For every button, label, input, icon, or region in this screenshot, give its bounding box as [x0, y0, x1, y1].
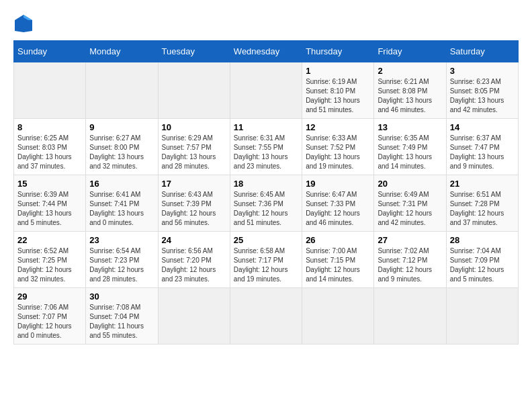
day-number: 25	[234, 235, 298, 245]
day-info: Sunrise: 6:41 AMSunset: 7:41 PMDaylight:…	[89, 190, 154, 228]
day-info: Sunrise: 7:00 AMSunset: 7:15 PMDaylight:…	[306, 246, 370, 284]
day-info: Sunrise: 6:51 AMSunset: 7:28 PMDaylight:…	[450, 190, 515, 228]
calendar-cell: 21 Sunrise: 6:51 AMSunset: 7:28 PMDaylig…	[446, 175, 518, 232]
day-info: Sunrise: 6:52 AMSunset: 7:25 PMDaylight:…	[17, 246, 82, 284]
calendar-cell: 10 Sunrise: 6:29 AMSunset: 7:57 PMDaylig…	[158, 119, 230, 175]
day-info: Sunrise: 6:58 AMSunset: 7:17 PMDaylight:…	[234, 246, 298, 284]
calendar-week-row: 1 Sunrise: 6:19 AMSunset: 8:10 PMDayligh…	[14, 62, 519, 119]
day-number: 12	[306, 122, 370, 132]
calendar-cell: 9 Sunrise: 6:27 AMSunset: 8:00 PMDayligh…	[86, 119, 158, 175]
weekday-header: Sunday	[14, 41, 86, 62]
calendar-cell	[86, 62, 158, 119]
day-number: 21	[450, 179, 515, 189]
day-number: 28	[450, 235, 515, 245]
calendar-cell: 27 Sunrise: 7:02 AMSunset: 7:12 PMDaylig…	[374, 232, 446, 288]
day-number: 24	[162, 235, 226, 245]
calendar-cell: 30 Sunrise: 7:08 AMSunset: 7:04 PMDaylig…	[86, 288, 158, 345]
calendar-cell	[230, 288, 302, 345]
calendar-cell: 25 Sunrise: 6:58 AMSunset: 7:17 PMDaylig…	[230, 232, 302, 288]
calendar-cell: 8 Sunrise: 6:25 AMSunset: 8:03 PMDayligh…	[14, 119, 86, 175]
day-number: 29	[17, 291, 82, 302]
weekday-header: Wednesday	[230, 41, 302, 62]
calendar-cell	[158, 62, 230, 119]
calendar-table: SundayMondayTuesdayWednesdayThursdayFrid…	[13, 40, 519, 345]
day-info: Sunrise: 6:39 AMSunset: 7:44 PMDaylight:…	[17, 190, 82, 228]
day-info: Sunrise: 6:56 AMSunset: 7:20 PMDaylight:…	[162, 246, 226, 284]
calendar-cell: 3 Sunrise: 6:23 AMSunset: 8:05 PMDayligh…	[446, 62, 518, 119]
calendar-cell: 14 Sunrise: 6:37 AMSunset: 7:47 PMDaylig…	[446, 119, 518, 175]
day-info: Sunrise: 6:33 AMSunset: 7:52 PMDaylight:…	[306, 134, 370, 171]
calendar-cell: 12 Sunrise: 6:33 AMSunset: 7:52 PMDaylig…	[302, 119, 374, 175]
day-number: 13	[378, 122, 442, 132]
weekday-header: Thursday	[302, 41, 374, 62]
calendar-week-row: 15 Sunrise: 6:39 AMSunset: 7:44 PMDaylig…	[14, 175, 519, 232]
day-number: 30	[89, 291, 154, 302]
day-info: Sunrise: 6:23 AMSunset: 8:05 PMDaylight:…	[450, 77, 515, 115]
calendar-cell: 11 Sunrise: 6:31 AMSunset: 7:55 PMDaylig…	[230, 119, 302, 175]
day-number: 17	[162, 179, 226, 189]
day-info: Sunrise: 6:31 AMSunset: 7:55 PMDaylight:…	[234, 134, 298, 171]
calendar-cell	[302, 288, 374, 345]
calendar-cell: 19 Sunrise: 6:47 AMSunset: 7:33 PMDaylig…	[302, 175, 374, 232]
day-number: 26	[306, 235, 370, 245]
day-info: Sunrise: 7:04 AMSunset: 7:09 PMDaylight:…	[450, 246, 515, 284]
day-number: 18	[234, 179, 298, 189]
day-number: 16	[89, 179, 154, 189]
weekday-header: Tuesday	[158, 41, 230, 62]
calendar-week-row: 8 Sunrise: 6:25 AMSunset: 8:03 PMDayligh…	[14, 119, 519, 175]
day-number: 9	[89, 122, 154, 132]
calendar-cell: 2 Sunrise: 6:21 AMSunset: 8:08 PMDayligh…	[374, 62, 446, 119]
logo-icon	[13, 13, 34, 34]
calendar-cell: 28 Sunrise: 7:04 AMSunset: 7:09 PMDaylig…	[446, 232, 518, 288]
calendar-cell	[230, 62, 302, 119]
day-number: 3	[450, 66, 515, 76]
calendar-cell: 23 Sunrise: 6:54 AMSunset: 7:23 PMDaylig…	[86, 232, 158, 288]
calendar-cell	[158, 288, 230, 345]
day-info: Sunrise: 6:37 AMSunset: 7:47 PMDaylight:…	[450, 134, 515, 171]
calendar-cell: 16 Sunrise: 6:41 AMSunset: 7:41 PMDaylig…	[86, 175, 158, 232]
calendar-cell: 13 Sunrise: 6:35 AMSunset: 7:49 PMDaylig…	[374, 119, 446, 175]
calendar-cell: 15 Sunrise: 6:39 AMSunset: 7:44 PMDaylig…	[14, 175, 86, 232]
weekday-header: Friday	[374, 41, 446, 62]
day-number: 10	[162, 122, 226, 132]
day-number: 20	[378, 179, 442, 189]
day-info: Sunrise: 6:19 AMSunset: 8:10 PMDaylight:…	[306, 77, 370, 115]
day-info: Sunrise: 6:43 AMSunset: 7:39 PMDaylight:…	[162, 190, 226, 228]
day-info: Sunrise: 7:08 AMSunset: 7:04 PMDaylight:…	[89, 303, 154, 340]
day-info: Sunrise: 7:06 AMSunset: 7:07 PMDaylight:…	[17, 303, 82, 340]
calendar-cell: 24 Sunrise: 6:56 AMSunset: 7:20 PMDaylig…	[158, 232, 230, 288]
day-number: 27	[378, 235, 442, 245]
day-info: Sunrise: 6:25 AMSunset: 8:03 PMDaylight:…	[17, 134, 82, 171]
calendar-cell: 26 Sunrise: 7:00 AMSunset: 7:15 PMDaylig…	[302, 232, 374, 288]
day-info: Sunrise: 6:45 AMSunset: 7:36 PMDaylight:…	[234, 190, 298, 228]
weekday-header: Monday	[86, 41, 158, 62]
day-info: Sunrise: 6:47 AMSunset: 7:33 PMDaylight:…	[306, 190, 370, 228]
calendar-cell: 1 Sunrise: 6:19 AMSunset: 8:10 PMDayligh…	[302, 62, 374, 119]
calendar-cell	[14, 62, 86, 119]
day-number: 1	[306, 66, 370, 76]
weekday-header: Saturday	[446, 41, 518, 62]
calendar-week-row: 29 Sunrise: 7:06 AMSunset: 7:07 PMDaylig…	[14, 288, 519, 345]
day-info: Sunrise: 6:49 AMSunset: 7:31 PMDaylight:…	[378, 190, 442, 228]
day-number: 8	[17, 122, 82, 132]
day-info: Sunrise: 6:21 AMSunset: 8:08 PMDaylight:…	[378, 77, 442, 115]
day-number: 15	[17, 179, 82, 189]
day-info: Sunrise: 6:35 AMSunset: 7:49 PMDaylight:…	[378, 134, 442, 171]
calendar-cell: 22 Sunrise: 6:52 AMSunset: 7:25 PMDaylig…	[14, 232, 86, 288]
page-header	[13, 13, 519, 34]
day-number: 2	[378, 66, 442, 76]
calendar-week-row: 22 Sunrise: 6:52 AMSunset: 7:25 PMDaylig…	[14, 232, 519, 288]
weekday-header-row: SundayMondayTuesdayWednesdayThursdayFrid…	[14, 41, 519, 62]
calendar-cell	[374, 288, 446, 345]
day-info: Sunrise: 6:27 AMSunset: 8:00 PMDaylight:…	[89, 134, 154, 171]
calendar-cell: 29 Sunrise: 7:06 AMSunset: 7:07 PMDaylig…	[14, 288, 86, 345]
day-number: 11	[234, 122, 298, 132]
day-info: Sunrise: 7:02 AMSunset: 7:12 PMDaylight:…	[378, 246, 442, 284]
logo	[13, 13, 35, 34]
day-number: 14	[450, 122, 515, 132]
day-number: 19	[306, 179, 370, 189]
day-number: 23	[89, 235, 154, 245]
calendar-cell: 17 Sunrise: 6:43 AMSunset: 7:39 PMDaylig…	[158, 175, 230, 232]
calendar-cell	[446, 288, 518, 345]
day-info: Sunrise: 6:29 AMSunset: 7:57 PMDaylight:…	[162, 134, 226, 171]
